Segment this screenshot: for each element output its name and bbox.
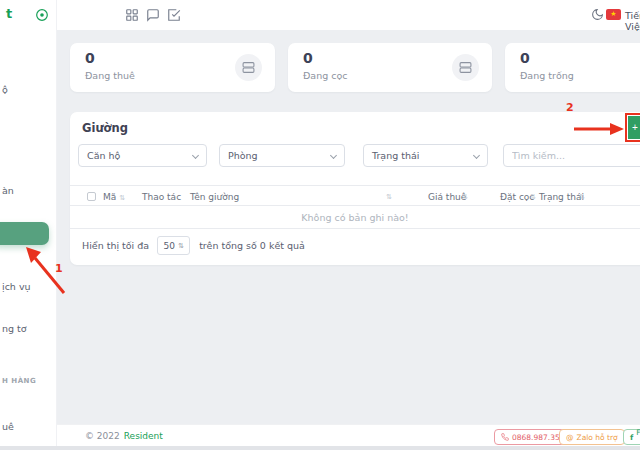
stat-card-dang-thue: 0 Đang thuê [70,43,275,92]
pagination: Hiển thị tối đa 50 ⇅ trên tổng số 0 kết … [82,236,305,255]
sort-icon[interactable]: ⇅ [462,193,468,201]
sort-icon[interactable]: ⇅ [119,194,125,202]
page-title: Giường [82,121,128,135]
topbar: ★ Tiếng Việt 6 L [57,0,640,30]
filter-label: Căn hộ [87,150,120,161]
filter-status-select[interactable]: Trạng thái [363,144,488,167]
chevron-down-icon [330,152,337,159]
column-header-thaotac: Thao tác [142,192,181,202]
sort-icon[interactable]: ⇅ [579,193,585,201]
column-header-ma[interactable]: Mã⇅ [103,192,125,202]
column-header-trangthai[interactable]: Trạng thái [539,192,584,202]
tasks-icon[interactable] [167,8,181,22]
sidebar-item[interactable]: àn [2,185,14,196]
filter-room-select[interactable]: Phòng [219,144,345,167]
logo-fragment: t [6,6,12,21]
zalo-icon: @ [566,433,574,442]
apps-grid-icon[interactable] [125,8,139,22]
chevron-down-icon [192,152,199,159]
chevron-down-icon [473,152,480,159]
sort-icon[interactable]: ⇅ [386,193,392,201]
fanpage-support-button[interactable]: f Fanpage hỗ trợ [623,429,640,445]
chat-icon[interactable] [146,8,160,22]
sidebar-collapse-icon[interactable] [35,8,49,22]
search-input[interactable] [503,144,640,167]
pagination-prefix: Hiển thị tối đa [82,240,149,251]
zalo-support-button[interactable]: @ Zalo hỗ trợ [559,429,625,445]
brand-link[interactable]: Resident [124,431,163,441]
stat-label: Đang thuê [85,70,135,81]
stepper-arrows-icon[interactable]: ⇅ [178,242,184,250]
beds-icon [235,54,262,81]
vietnam-flag-icon[interactable]: ★ [606,9,621,20]
footer: © 2022Resident 0868.987.355 @ Zalo hỗ tr… [57,424,640,446]
sidebar-item-khachthue[interactable]: uê [2,421,14,432]
table-header: Mã⇅ Thao tác Tên giường ⇅ Giá thuê ⇅ Đặt… [70,185,640,206]
filter-label: Phòng [228,150,258,161]
table-empty-message: Không có bản ghi nào! [70,206,640,229]
sidebar-item-canho[interactable]: ộ [2,84,8,95]
stat-label: Đang cọc [303,70,348,81]
window-bottom-strip [0,446,640,450]
filter-label: Trạng thái [372,150,419,161]
sidebar: t ộ àn ịch vụ ng tơ H HÀNG uê [0,0,57,446]
sidebar-section-khachhang: H HÀNG [2,377,36,385]
stat-label: Đang trống [520,70,574,81]
sidebar-item-congto[interactable]: ng tơ [2,323,27,334]
annotation-highlight-rect [625,113,640,142]
app-window: ★ Tiếng Việt 6 L t ộ àn ịch vụ ng tơ H H… [0,0,640,450]
dark-mode-icon[interactable] [591,8,604,21]
stat-card-dang-coc: 0 Đang cọc [288,43,492,92]
pagination-suffix: trên tổng số 0 kết quả [199,240,305,251]
sort-icon[interactable]: ⇅ [530,193,536,201]
sidebar-item-dichvu[interactable]: ịch vụ [2,281,31,292]
stat-value: 0 [303,50,313,66]
stat-value: 0 [520,50,530,66]
phone-icon [501,433,509,441]
copyright: © 2022Resident [85,431,163,441]
language-selector[interactable]: Tiếng Việt [625,10,640,32]
page-size-value: 50 [163,241,174,251]
page-size-stepper[interactable]: 50 ⇅ [157,236,190,255]
filter-apartment-select[interactable]: Căn hộ [78,144,207,167]
select-all-checkbox[interactable] [87,192,96,201]
beds-panel: Giường Căn hộ Phòng Trạng thái Mã⇅ Thao … [70,112,640,265]
column-header-tengiuong[interactable]: Tên giường [190,192,239,202]
column-header-giathue[interactable]: Giá thuê [428,192,456,202]
facebook-icon: f [630,433,633,442]
stat-card-dang-trong: 0 Đang trống [505,43,640,92]
stat-value: 0 [85,50,95,66]
sidebar-item-active-giuong[interactable] [0,222,49,245]
beds-icon [452,54,479,81]
